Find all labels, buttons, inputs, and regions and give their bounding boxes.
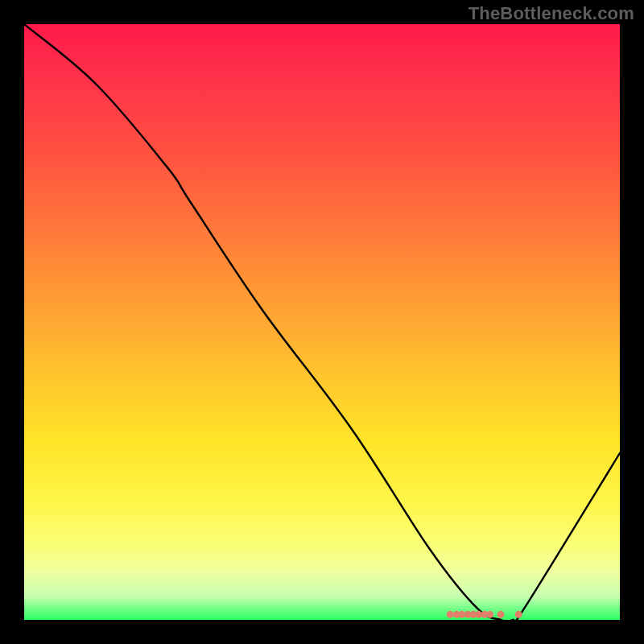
plot-area [24, 24, 620, 620]
highlight-dot [497, 611, 505, 618]
chart-svg [24, 24, 620, 620]
highlight-dot [515, 611, 522, 618]
bottleneck-curve [24, 24, 620, 620]
highlight-dots [447, 611, 522, 618]
highlight-dot [486, 611, 493, 618]
highlight-dot [447, 611, 454, 618]
chart-frame: TheBottleneck.com [0, 0, 644, 644]
watermark-text: TheBottleneck.com [469, 3, 634, 24]
